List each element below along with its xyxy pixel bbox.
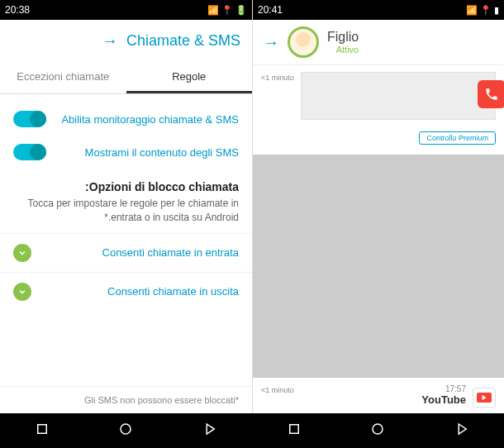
status-time: 20:41 [258,4,283,16]
status-time: 20:38 [5,4,30,16]
nav-back-icon[interactable] [454,422,469,440]
nav-back-icon[interactable] [202,422,217,440]
chevron-down-icon [13,283,31,301]
chevron-down-icon [13,244,31,262]
nav-recent-icon[interactable] [287,422,302,440]
toggle-show-content[interactable] [13,144,46,160]
activity-item[interactable]: <1 minuto [253,65,504,126]
svg-point-1 [121,424,131,434]
profile-header[interactable]: → Figlio Attivo [253,20,504,65]
option-incoming[interactable]: Consenti chiamate in entrata [0,233,252,272]
android-nav-bar [0,413,504,448]
svg-rect-2 [290,425,299,434]
activity-item-youtube[interactable]: <1 minuto 17:57 YouTube [253,378,504,407]
tabs: Regole Eccezioni chiamate [0,62,252,94]
forward-arrow-icon[interactable]: → [263,33,279,52]
tab-exceptions[interactable]: Eccezioni chiamate [0,62,126,93]
svg-point-3 [373,424,383,434]
svg-rect-0 [38,425,47,434]
activity-time: <1 minuto [261,74,294,82]
activity-preview [301,72,496,120]
entry-title: YouTube [301,393,466,406]
entry-time: 17:57 [301,384,466,393]
nav-recent-icon[interactable] [35,422,50,440]
tab-rules[interactable]: Regole [126,62,253,93]
block-section-title: Opzioni di blocco chiamata: [0,169,252,197]
back-arrow-icon[interactable]: → [102,31,118,50]
page-title: Chiamate & SMS [126,32,240,50]
profile-status: Attivo [336,45,359,55]
toggle-monitor[interactable] [13,111,46,127]
nav-home-icon[interactable] [118,422,133,440]
status-icons: 📶📍▮ [466,5,499,16]
phone-icon[interactable] [478,80,504,108]
profile-name: Figlio [327,30,359,45]
premium-badge[interactable]: Controllo Premium [419,131,496,145]
screen-title-bar: Chiamate & SMS → [0,20,252,62]
activity-time: <1 minuto [261,386,294,394]
footer-note: *Gli SMS non possono essere bloccati [0,386,252,413]
status-icons: 📶📍🔋 [207,5,247,16]
setting-monitor[interactable]: Abilita monitoraggio chiamate & SMS [0,102,252,136]
status-bar-right: 20:38 📶📍🔋 [0,0,252,20]
nav-home-icon[interactable] [370,422,385,440]
setting-show-content[interactable]: Mostrami il contenuto degli SMS [0,136,252,169]
block-section-desc: Tocca per impostare le regole per le chi… [0,197,252,233]
status-bar-left: 20:41 📶📍▮ [253,0,504,20]
map-area[interactable] [253,155,504,378]
youtube-icon [473,388,496,407]
avatar[interactable] [288,26,319,58]
option-outgoing[interactable]: Consenti chiamate in uscita [0,272,252,311]
